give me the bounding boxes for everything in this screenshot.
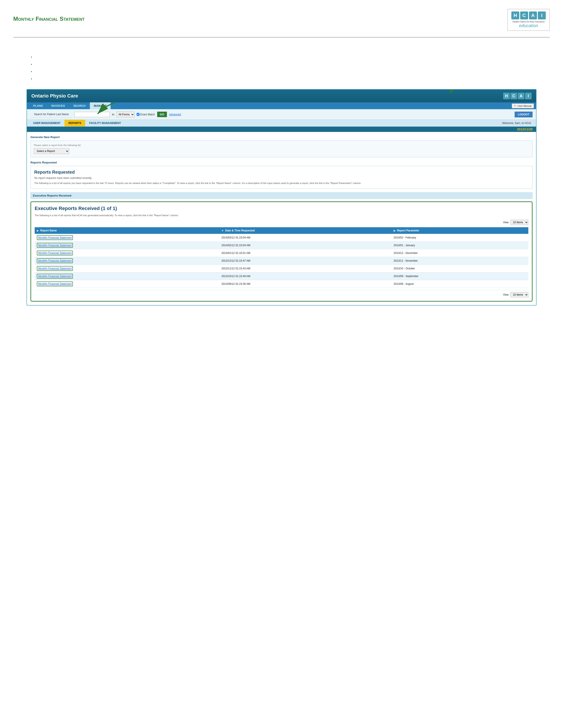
list-item: [31, 62, 550, 66]
logo-letter-a: A: [529, 11, 537, 19]
page-header: Monthly Financial Statement H C A I Heal…: [0, 0, 563, 35]
logout-button[interactable]: LOGOUT: [515, 112, 533, 117]
col-param-label: Report Parameter: [397, 229, 419, 232]
nav-tab-search[interactable]: SEARCH: [69, 102, 89, 109]
report-name-link[interactable]: Monthly Financial Statement: [37, 235, 73, 240]
app-facility-name: Ontario Physio Care: [31, 93, 78, 99]
report-select-dropdown[interactable]: Select a Report: [34, 148, 69, 154]
main-content: Generate New Report Please select a repo…: [27, 132, 536, 305]
app-logo-a: A: [518, 93, 524, 99]
bullet-list: [31, 55, 550, 80]
table-row: Monthly Financial Statement2013/10/12 01…: [35, 272, 528, 280]
app-logo: H C A I: [503, 93, 532, 99]
col-datetime[interactable]: ▼ Date & Time Requested: [219, 227, 392, 234]
app-logo-h: H: [503, 93, 510, 99]
reports-requested-box: Reports Requested No report requests hav…: [30, 166, 533, 189]
bullet-text: [35, 77, 36, 80]
reports-requested-section: Reports Requested No report requests hav…: [30, 166, 533, 189]
page-title: Monthly Financial Statement: [13, 15, 85, 22]
report-select-hint: Please select a report from the followin…: [34, 144, 529, 146]
table-row: Monthly Financial Statement2013/12/12 01…: [35, 257, 528, 265]
col-datetime-label: Date & Time Requested: [225, 229, 255, 232]
parameter-cell: 2014/02 - February: [392, 234, 528, 242]
sub-nav-reports[interactable]: REPORTS: [64, 120, 85, 126]
report-name-link[interactable]: Monthly Financial Statement: [37, 243, 73, 248]
logo-letter-c: C: [520, 11, 528, 19]
executive-reports-box: Executive Reports Received (1 of 1) The …: [30, 201, 533, 302]
sub-nav-facility-management[interactable]: FACILITY MANAGEMENT: [85, 120, 125, 126]
executive-reports-title: Executive Reports Received (1 of 1): [35, 206, 528, 211]
content-area: Ontario Physio Care H C A I PLANS INVOIC…: [0, 38, 563, 319]
nav-tab-plans[interactable]: PLANS: [29, 102, 47, 109]
nav-tab-invoices[interactable]: INVOICES: [47, 102, 69, 109]
datetime-cell: 2013/11/12 01:15:43 AM: [219, 265, 392, 272]
table-row: Monthly Financial Statement2014/03/12 01…: [35, 234, 528, 242]
executive-reports-table: ▶ Report Name ▼ Date & Time Requested ▶ …: [35, 227, 528, 288]
sort-arrow-param: ▶: [394, 229, 396, 232]
list-item: [31, 70, 550, 73]
view-bar-bottom: View 10 Items 25 Items 50 Items: [35, 290, 528, 297]
view-label-top: View: [503, 221, 509, 224]
logo-letter-i: I: [538, 11, 546, 19]
report-description: The following is a list of all reports y…: [34, 181, 529, 185]
hcai-logo: H C A I Health Claims for Auto Insurance…: [507, 9, 550, 31]
user-manual-button[interactable]: ? - User Manual: [512, 103, 534, 108]
search-input[interactable]: [74, 112, 110, 117]
report-name-link[interactable]: Monthly Financial Statement: [37, 281, 73, 286]
table-row: Monthly Financial Statement2013/11/12 01…: [35, 265, 528, 272]
go-button[interactable]: GO: [157, 112, 167, 117]
generate-report-section-header: Generate New Report: [30, 135, 533, 139]
reports-requested-section-label: Reports Requested: [30, 161, 533, 164]
current-date: 2012/11/28: [517, 128, 533, 131]
exact-match-label: Exact Match: [137, 113, 155, 116]
report-name-cell: Monthly Financial Statement: [35, 257, 219, 265]
exact-match-checkbox[interactable]: [137, 113, 139, 116]
datetime-cell: 2013/10/12 01:15:49 AM: [219, 272, 392, 280]
sort-arrow-name: ▶: [37, 229, 39, 232]
col-report-name[interactable]: ▶ Report Name: [35, 227, 219, 234]
nav-tabs: PLANS INVOICES SEARCH MANAGE ? - User Ma…: [27, 102, 536, 109]
parameter-cell: 2013/12 - December: [392, 249, 528, 257]
view-select-bottom[interactable]: 10 Items 25 Items 50 Items: [510, 292, 528, 297]
report-name-cell: Monthly Financial Statement: [35, 280, 219, 288]
reports-requested-title: Reports Requested: [34, 170, 529, 175]
search-label: Search for Patient Last Name: [30, 111, 72, 118]
list-item: [31, 77, 550, 80]
in-label: in: [112, 113, 114, 116]
nav-tab-manage[interactable]: MANAGE: [90, 102, 111, 109]
logo-letter-h: H: [511, 11, 519, 19]
col-parameter[interactable]: ▶ Report Parameter: [392, 227, 528, 234]
parameter-cell: 2013/11 - November: [392, 257, 528, 265]
view-label-bottom: View: [503, 293, 509, 296]
view-bar-top: View 10 Items 25 Items 50 Items: [35, 220, 528, 225]
app-logo-c: C: [510, 93, 517, 99]
datetime-cell: 2013/09/12 01:15:36 AM: [219, 280, 392, 288]
advanced-link[interactable]: Advanced: [169, 113, 181, 116]
view-select-top[interactable]: 10 Items 25 Items 50 Items: [510, 220, 528, 225]
col-name-label: Report Name: [40, 229, 57, 232]
hcai-logo-letters: H C A I: [511, 11, 546, 19]
report-name-link[interactable]: Monthly Financial Statement: [37, 251, 73, 255]
bullet-text: [35, 62, 36, 66]
hcai-education: education: [519, 23, 538, 28]
app-header: Ontario Physio Care H C A I: [27, 90, 536, 102]
list-item: [31, 55, 550, 58]
report-name-cell: Monthly Financial Statement: [35, 242, 219, 249]
report-name-link[interactable]: Monthly Financial Statement: [37, 266, 73, 271]
table-row: Monthly Financial Statement2014/02/12 01…: [35, 242, 528, 249]
report-name-cell: Monthly Financial Statement: [35, 272, 219, 280]
table-row: Monthly Financial Statement2014/01/12 01…: [35, 249, 528, 257]
forms-select[interactable]: All Forms Plans Invoices: [117, 112, 134, 117]
generate-report-box: Please select a report from the followin…: [30, 141, 533, 157]
datetime-cell: 2013/12/12 01:15:47 AM: [219, 257, 392, 265]
sub-nav-user-management[interactable]: USER MANAGEMENT: [29, 120, 64, 126]
parameter-cell: 2013/10 - October: [392, 265, 528, 272]
report-name-link[interactable]: Monthly Financial Statement: [37, 258, 73, 263]
report-name-cell: Monthly Financial Statement: [35, 234, 219, 242]
table-row: Monthly Financial Statement2013/09/12 01…: [35, 280, 528, 288]
hcai-tagline: Health Claims for Auto Insurance: [512, 20, 545, 23]
parameter-cell: 2014/01 - January: [392, 242, 528, 249]
executive-reports-description: The following is a list of all reports t…: [35, 214, 528, 217]
report-name-link[interactable]: Monthly Financial Statement: [37, 274, 73, 279]
app-window: Ontario Physio Care H C A I PLANS INVOIC…: [26, 89, 537, 306]
